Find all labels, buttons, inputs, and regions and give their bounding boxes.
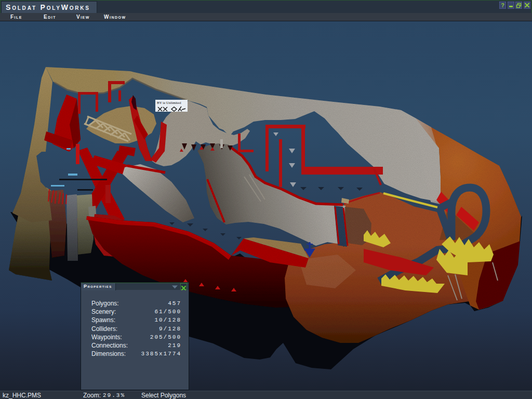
svg-text:BY iz Unlimited: BY iz Unlimited — [157, 101, 181, 105]
